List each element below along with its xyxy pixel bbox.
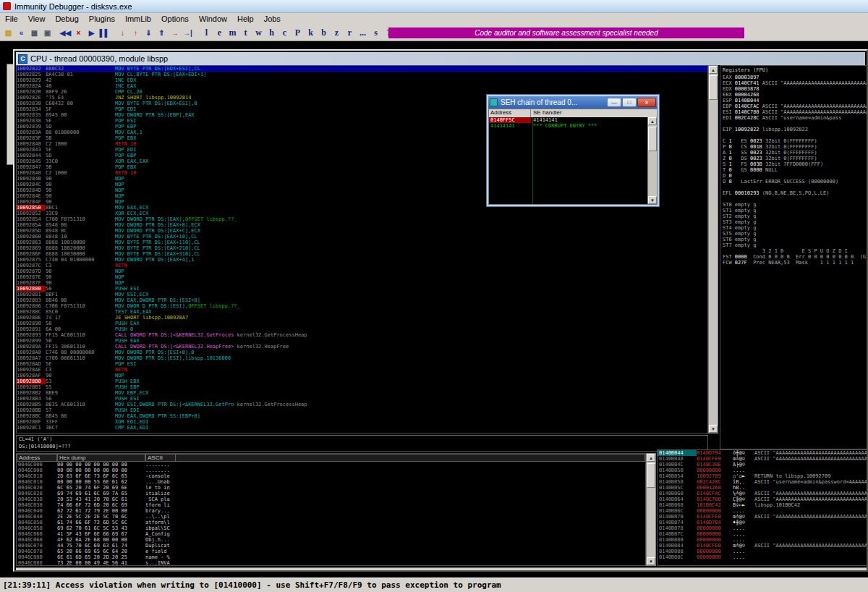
toolbar-letter-z[interactable]: z — [331, 27, 343, 39]
stack-row[interactable]: 0140B068101B0C42B♀←►libspp.101B0C42 — [658, 502, 867, 508]
stack-row[interactable]: 0140B05C00004268hB.. — [658, 485, 867, 491]
toolbar-letter-sym12[interactable]: ... — [357, 27, 369, 39]
disassembly-scrollbar[interactable]: ▲ ▼ — [708, 65, 718, 434]
toolbar-letter-r[interactable]: r — [344, 27, 356, 39]
disasm-row[interactable]: 100928B28BE9MOV EBP,ECX — [17, 390, 707, 396]
disasm-row[interactable]: 100928916A 00PUSH 0 — [17, 326, 707, 332]
disasm-row[interactable]: 1009285A8948 08MOV DWORD PTR DS:[EAX+8],… — [17, 222, 707, 228]
stack-row[interactable]: 0140B08C00000000.... — [658, 554, 867, 560]
seh-col-address[interactable]: Address — [489, 109, 531, 117]
scroll-down-icon[interactable]: ▼ — [648, 196, 657, 204]
stack-row[interactable]: 0140B0440140D794ö╫@☺ASCII "AAAAAAAAAAAAA… — [658, 450, 867, 456]
cpu-horizontal-scrollbar[interactable] — [16, 567, 868, 572]
dump-row[interactable]: 0046C06041 5F 43 6F 6E 66 69 67A_Config — [17, 531, 645, 537]
dump-row[interactable]: 0046C07865 20 66 69 65 6C 64 20e field — [17, 549, 645, 554]
disasm-row[interactable]: 100928818BF1MOV ESI,ECX — [17, 292, 707, 297]
menu-plugins[interactable]: Plugins — [84, 14, 120, 24]
toolbar-letter-t[interactable]: t — [239, 27, 252, 39]
registers-pane[interactable]: Registers (FPU) EAX 00003897ECX 0140CF41… — [720, 65, 868, 449]
restart-icon[interactable]: « — [15, 27, 27, 39]
stack-row[interactable]: 0140B08000000000.... — [658, 537, 867, 543]
dump-row[interactable]: 0046C03020 53 43 41 20 70 6C 61 SCA pla — [17, 496, 645, 502]
disasm-row[interactable]: 1009287D90NOP — [17, 268, 707, 274]
job-banner[interactable]: Code auditor and software assessment spe… — [388, 28, 744, 38]
disasm-row[interactable]: 100928AEC3RETN — [17, 367, 707, 373]
dump-row[interactable]: 0046C08873 2E 00 00 49 4E 56 41s...INVA — [17, 560, 645, 566]
seh-row[interactable]: 0140FF5C41414141 — [489, 117, 657, 123]
disasm-row[interactable]: 100928B456PUSH ESI — [17, 396, 707, 402]
dump-row[interactable]: 0046C04062 72 61 72 79 2E 00 00brary... — [17, 508, 645, 514]
dump-pane[interactable]: Address Hex dump ASCII 0046C00000 00 00 … — [16, 453, 646, 566]
toolbar-letter-h[interactable]: h — [265, 27, 278, 39]
disasm-row[interactable]: 1009282942INC EDX — [17, 77, 707, 83]
run-icon[interactable]: ▶ — [85, 27, 98, 39]
toolbar-letter-k[interactable]: k — [305, 27, 317, 39]
dump-row[interactable]: 0046C0102D 63 6F 6E 73 6F 6C 65-console — [17, 473, 645, 479]
dump-col-ascii[interactable]: ASCII — [145, 454, 176, 462]
stack-row[interactable]: 0140B04C0140C38EÄ├@☺ — [658, 462, 867, 468]
pause-icon[interactable]: ▌▌ — [98, 27, 111, 39]
disasm-row[interactable]: 1009288C85C0TEST EAX,EAX — [17, 309, 707, 315]
disasm-row[interactable]: 100928258A4C38 01MOV CL,BYTE PTR DS:[EAX… — [17, 72, 707, 77]
disasm-row[interactable]: 100928A7C706 00661310MOV DWORD PTR DS:[E… — [17, 355, 707, 361]
stack-row[interactable]: 0140B05410092709○'○►RETURN to libspp.100… — [658, 473, 867, 479]
scrollbar-thumb[interactable] — [647, 463, 655, 488]
disasm-row[interactable]: 100928698888 10020000MOV BYTE PTR DS:[EA… — [17, 245, 707, 251]
disasm-row[interactable]: 10092875C740 04 01000000MOV DWORD PTR DS… — [17, 257, 707, 263]
disasm-row[interactable]: 100928BC8B45 08MOV EAX,DWORD PTR SS:[EBP… — [17, 413, 707, 419]
stack-row[interactable]: 0140B0600140CFAC¼╧@☺ASCII "AAAAAAAAAAAAA… — [658, 491, 867, 496]
dump-row[interactable]: 0046C07044 75 70 6C 69 63 61 74Duplicat — [17, 543, 645, 549]
stack-row[interactable]: 0140B0700140CFE0α╧@☺ASCII "AAAAAAAAAAAAA… — [658, 514, 867, 520]
step-over-icon[interactable]: ↑ — [129, 27, 142, 39]
step-back-icon[interactable]: ◀◀ — [59, 27, 72, 39]
disasm-row[interactable]: 100928AF90NOP — [17, 373, 707, 379]
stack-row[interactable]: 0140B0840140CFE0α╧@☺ASCII "AAAAAAAAAAAAA… — [658, 543, 867, 549]
scrollbar-track[interactable] — [709, 74, 718, 425]
dump-row[interactable]: 0046C01800 00 00 00 55 6E 61 62....Unab — [17, 479, 645, 485]
stack-pane[interactable]: 0140B0440140D794ö╫@☺ASCII "AAAAAAAAAAAAA… — [657, 449, 868, 566]
toolbar-letter-w[interactable]: w — [252, 27, 265, 39]
disasm-row[interactable]: 100928638888 10010000MOV BYTE PTR DS:[EA… — [17, 240, 707, 245]
scrollbar-track[interactable] — [647, 462, 655, 557]
disasm-row[interactable]: 1009287F90NOP — [17, 280, 707, 286]
stack-row[interactable]: 0140B05000000000.... — [658, 468, 867, 473]
toolbar-letter-b[interactable]: b — [318, 27, 330, 39]
dump-row[interactable]: 0046C0684F 62 6A 2E 68 00 00 00Obj.h... — [17, 537, 645, 543]
stack-row[interactable]: 0140B07C00000000.... — [658, 531, 867, 537]
disasm-row[interactable]: 1009287CC3RETN — [17, 263, 707, 268]
disasm-row[interactable]: 1009287E90NOP — [17, 274, 707, 280]
scroll-down-icon[interactable]: ▼ — [647, 557, 655, 565]
disasm-row[interactable]: 100928BB57PUSH EDI — [17, 407, 707, 413]
toolbar-letter-c[interactable]: c — [278, 27, 291, 39]
close-button[interactable]: × — [637, 98, 656, 107]
dump-row[interactable]: 0046C0482E 2E 5C 2E 2E 5C 70 6C..\..\pl — [17, 514, 645, 520]
dump-scrollbar[interactable]: ▲ ▼ — [646, 453, 656, 566]
dump-row[interactable]: 0046C0806E 61 6D 65 20 2D 20 25name - % — [17, 554, 645, 560]
disasm-row[interactable]: 1009285D8948 0CMOV DWORD PTR DS:[EAX+C],… — [17, 228, 707, 234]
disasm-row[interactable]: 1009289050PUSH EAX — [17, 321, 707, 326]
dump-row[interactable]: 0046C05869 62 70 61 6C 5C 53 43ibpal\SC — [17, 525, 645, 531]
disasm-row[interactable]: 10092822880C32MOV BYTE PTR DS:[EDX+ESI],… — [17, 66, 707, 72]
step-into-icon[interactable]: ↓ — [116, 27, 129, 39]
stack-row[interactable]: 0140B06C00000000.... — [658, 508, 867, 514]
toolbar-letter-m[interactable]: m — [226, 27, 239, 39]
disasm-row[interactable]: 1009288E74 17JE SHORT libspp.100928A7 — [17, 315, 707, 321]
scroll-down-icon[interactable]: ▼ — [709, 425, 718, 433]
toolbar-letter-s[interactable]: s — [370, 27, 382, 39]
disasm-row[interactable]: 100928C13BC7CMP EAX,EDI — [17, 425, 707, 431]
dump-header[interactable]: Address Hex dump ASCII — [17, 454, 645, 462]
trace-over-icon[interactable]: ⇑ — [156, 27, 168, 39]
dump-col-address[interactable]: Address — [17, 454, 57, 462]
seh-scrollbar[interactable]: ▲ ▼ — [647, 117, 657, 204]
minimize-button[interactable]: — — [607, 98, 621, 107]
dump-col-hex[interactable]: Hex dump — [57, 454, 145, 462]
seh-title-bar[interactable]: SEH chain of thread 0... —□× — [488, 96, 658, 109]
stack-row[interactable]: 0140B0640140C780Ç╟@☺ASCII "AAAAAAAAAAAAA… — [658, 496, 867, 502]
dump-row[interactable]: 0046C03874 66 6F 72 6D 20 6C 69tform li — [17, 502, 645, 508]
until-return-icon[interactable]: → — [169, 27, 181, 39]
menu-debug[interactable]: Debug — [50, 14, 83, 24]
scrollbar-thumb[interactable] — [648, 127, 657, 151]
stack-row[interactable]: 0140B0480140CFE0α╧@☺ASCII "AAAAAAAAAAAAA… — [658, 456, 867, 462]
disasm-row[interactable]: 100928A0C746 08 00000000MOV DWORD PTR DS… — [17, 350, 707, 355]
disasm-row[interactable]: 1009285233C9XOR ECX,ECX — [17, 211, 707, 216]
